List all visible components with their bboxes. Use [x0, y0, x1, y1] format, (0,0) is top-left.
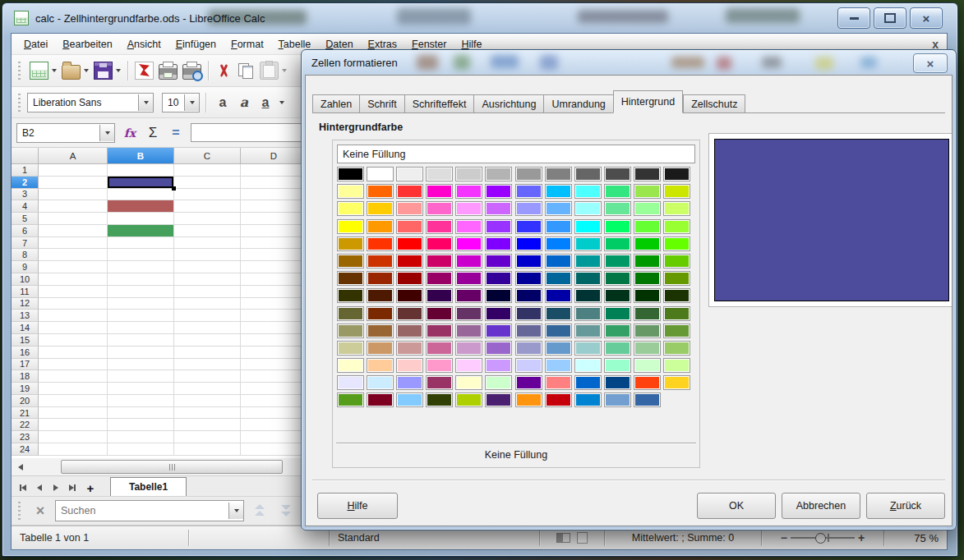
color-swatch-r5-c12[interactable] — [663, 236, 690, 251]
font-size-dropdown[interactable] — [184, 94, 199, 111]
cell-B24[interactable] — [108, 443, 174, 456]
color-swatch-r14-c11[interactable] — [634, 392, 661, 407]
color-swatch-r10-c2[interactable] — [367, 324, 394, 338]
color-swatch-r6-c10[interactable] — [604, 254, 631, 269]
cell-A21[interactable] — [39, 407, 108, 420]
cell-D4[interactable] — [241, 200, 307, 213]
title-bar[interactable]: calc - Zellhintergrundfarbe.ods - LibreO… — [2, 3, 957, 33]
minimize-button[interactable] — [837, 7, 870, 29]
cell-C1[interactable] — [174, 164, 241, 177]
color-swatch-r13-c7[interactable] — [515, 375, 542, 390]
color-swatch-r12-c1[interactable] — [337, 358, 364, 373]
italic-button[interactable]: a — [233, 92, 255, 113]
row-header-14[interactable]: 14 — [12, 322, 39, 334]
color-swatch-r14-c4[interactable] — [426, 392, 453, 407]
color-swatch-r14-c10[interactable] — [604, 392, 631, 407]
color-swatch-r1-c12[interactable] — [663, 167, 690, 181]
color-swatch-r9-c9[interactable] — [574, 306, 602, 321]
color-swatch-r9-c1[interactable] — [337, 306, 364, 321]
color-swatch-r9-c12[interactable] — [663, 306, 690, 321]
color-swatch-r5-c4[interactable] — [426, 236, 453, 251]
cell-A16[interactable] — [39, 347, 108, 359]
color-swatch-r13-c10[interactable] — [604, 375, 631, 390]
menu-bearbeiten[interactable]: Bearbeiten — [55, 36, 119, 53]
row-header-19[interactable]: 19 — [12, 383, 39, 395]
row-header-23[interactable]: 23 — [12, 431, 39, 443]
color-swatch-r13-c5[interactable] — [455, 375, 482, 390]
color-swatch-r3-c5[interactable] — [455, 201, 482, 216]
color-swatch-r4-c8[interactable] — [545, 219, 572, 234]
color-swatch-r14-c2[interactable] — [367, 392, 394, 407]
cell-D21[interactable] — [241, 407, 307, 420]
selection-mode-icon[interactable] — [556, 533, 570, 543]
color-swatch-r14-c7[interactable] — [515, 392, 542, 407]
cell-D5[interactable] — [241, 213, 307, 225]
color-swatch-r5-c1[interactable] — [337, 236, 364, 251]
color-swatch-r1-c1[interactable] — [337, 167, 364, 181]
color-swatch-r11-c11[interactable] — [634, 341, 661, 356]
cell-A11[interactable] — [39, 286, 108, 298]
color-swatch-r2-c7[interactable] — [515, 184, 542, 199]
color-swatch-r6-c1[interactable] — [337, 254, 364, 269]
cell-C12[interactable] — [174, 298, 241, 310]
color-swatch-r11-c3[interactable] — [396, 341, 423, 356]
color-swatch-r11-c12[interactable] — [663, 341, 690, 356]
export-pdf-button[interactable] — [132, 59, 156, 82]
cell-B16[interactable] — [108, 347, 174, 359]
color-swatch-r9-c6[interactable] — [485, 306, 512, 321]
open-folder-button[interactable] — [59, 60, 91, 82]
color-swatch-r10-c3[interactable] — [396, 324, 423, 338]
color-swatch-r8-c3[interactable] — [396, 288, 423, 303]
color-swatch-r8-c2[interactable] — [367, 288, 394, 303]
color-swatch-r6-c11[interactable] — [634, 254, 661, 269]
cell-A12[interactable] — [39, 298, 108, 310]
cell-C5[interactable] — [174, 213, 241, 225]
color-swatch-r4-c5[interactable] — [455, 219, 482, 234]
color-swatch-r4-c9[interactable] — [574, 219, 602, 234]
cell-C8[interactable] — [174, 249, 241, 261]
color-swatch-r7-c7[interactable] — [515, 271, 542, 286]
cell-D3[interactable] — [241, 189, 307, 201]
zoom-track[interactable] — [791, 537, 855, 539]
color-swatch-r3-c8[interactable] — [545, 201, 572, 216]
color-swatch-r13-c11[interactable] — [634, 375, 661, 390]
row-header-24[interactable]: 24 — [12, 443, 39, 456]
cell-C18[interactable] — [174, 370, 241, 383]
tab-schrift[interactable]: Schrift — [359, 94, 404, 113]
save-button[interactable] — [91, 59, 123, 82]
cell-D10[interactable] — [241, 273, 307, 286]
color-swatch-r4-c4[interactable] — [426, 219, 453, 234]
cell-B13[interactable] — [108, 310, 174, 322]
color-swatch-r7-c2[interactable] — [367, 271, 394, 286]
color-swatch-r11-c7[interactable] — [515, 341, 542, 356]
cell-D14[interactable] — [241, 322, 307, 334]
next-sheet-button[interactable] — [48, 480, 64, 496]
row-header-2[interactable]: 2 — [12, 177, 39, 189]
color-swatch-r2-c4[interactable] — [426, 184, 453, 199]
cell-D19[interactable] — [241, 383, 307, 395]
color-swatch-r14-c6[interactable] — [485, 392, 512, 407]
row-header-7[interactable]: 7 — [12, 237, 39, 250]
color-swatch-r11-c5[interactable] — [455, 341, 482, 356]
cell-A4[interactable] — [39, 200, 108, 213]
color-swatch-r2-c8[interactable] — [545, 184, 572, 199]
color-swatch-r10-c1[interactable] — [337, 324, 364, 338]
cell-D8[interactable] — [241, 249, 307, 261]
color-swatch-r2-c2[interactable] — [367, 184, 394, 199]
row-header-18[interactable]: 18 — [12, 370, 39, 383]
cell-B10[interactable] — [108, 273, 174, 286]
color-swatch-r8-c5[interactable] — [455, 288, 482, 303]
cell-B5[interactable] — [108, 213, 174, 225]
cell-C10[interactable] — [174, 273, 241, 286]
color-swatch-r13-c9[interactable] — [574, 375, 602, 390]
select-all-corner[interactable] — [12, 148, 39, 163]
cell-C24[interactable] — [174, 443, 241, 456]
color-swatch-r3-c2[interactable] — [367, 201, 394, 216]
color-swatch-r5-c8[interactable] — [545, 236, 572, 251]
maximize-button[interactable] — [874, 7, 906, 29]
copy-button[interactable] — [235, 60, 257, 81]
color-swatch-r8-c6[interactable] — [485, 288, 512, 303]
scroll-left-button[interactable] — [13, 461, 28, 474]
color-swatch-r8-c4[interactable] — [426, 288, 453, 303]
row-header-11[interactable]: 11 — [12, 286, 39, 298]
